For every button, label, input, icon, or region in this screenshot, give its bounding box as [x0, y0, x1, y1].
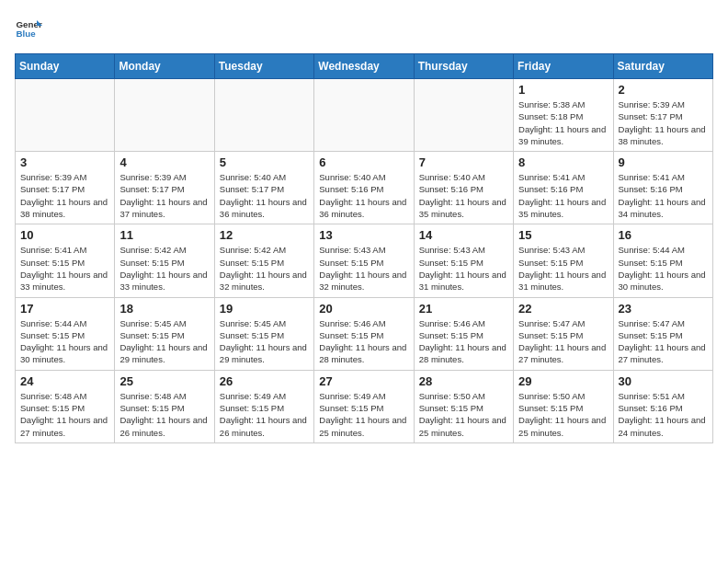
day-number: 23	[619, 302, 708, 316]
day-info: Sunrise: 5:50 AM Sunset: 5:15 PM Dayligh…	[419, 390, 508, 439]
day-number: 29	[518, 374, 608, 388]
day-number: 7	[419, 155, 508, 169]
weekday-header-thursday: Thursday	[414, 54, 513, 79]
day-cell: 21Sunrise: 5:46 AM Sunset: 5:15 PM Dayli…	[414, 297, 513, 370]
weekday-header-tuesday: Tuesday	[214, 54, 313, 79]
day-number: 6	[319, 155, 408, 169]
day-number: 4	[119, 155, 209, 169]
page-header: General Blue	[15, 15, 713, 42]
day-number: 27	[319, 374, 408, 388]
day-cell: 18Sunrise: 5:45 AM Sunset: 5:15 PM Dayli…	[115, 297, 214, 370]
day-info: Sunrise: 5:39 AM Sunset: 5:17 PM Dayligh…	[20, 171, 109, 220]
day-number: 8	[518, 155, 608, 169]
day-info: Sunrise: 5:44 AM Sunset: 5:15 PM Dayligh…	[20, 317, 109, 366]
day-cell: 13Sunrise: 5:43 AM Sunset: 5:15 PM Dayli…	[314, 224, 414, 297]
day-number: 21	[419, 302, 508, 316]
day-cell: 1Sunrise: 5:38 AM Sunset: 5:18 PM Daylig…	[514, 79, 613, 152]
day-number: 13	[319, 228, 408, 242]
day-info: Sunrise: 5:47 AM Sunset: 5:15 PM Dayligh…	[619, 317, 708, 366]
day-cell: 8Sunrise: 5:41 AM Sunset: 5:16 PM Daylig…	[514, 152, 613, 224]
week-row-2: 3Sunrise: 5:39 AM Sunset: 5:17 PM Daylig…	[16, 152, 713, 224]
day-number: 3	[20, 155, 109, 169]
day-cell: 19Sunrise: 5:45 AM Sunset: 5:15 PM Dayli…	[214, 297, 313, 370]
day-number: 16	[619, 228, 708, 242]
week-row-5: 24Sunrise: 5:48 AM Sunset: 5:15 PM Dayli…	[16, 370, 713, 442]
day-cell: 22Sunrise: 5:47 AM Sunset: 5:15 PM Dayli…	[514, 297, 613, 370]
day-info: Sunrise: 5:43 AM Sunset: 5:15 PM Dayligh…	[419, 244, 508, 293]
day-number: 14	[419, 228, 508, 242]
day-cell: 4Sunrise: 5:39 AM Sunset: 5:17 PM Daylig…	[115, 152, 214, 224]
day-number: 18	[119, 302, 209, 316]
day-number: 9	[619, 155, 708, 169]
day-info: Sunrise: 5:47 AM Sunset: 5:15 PM Dayligh…	[518, 317, 608, 366]
day-info: Sunrise: 5:41 AM Sunset: 5:15 PM Dayligh…	[20, 244, 109, 293]
day-info: Sunrise: 5:41 AM Sunset: 5:16 PM Dayligh…	[518, 171, 608, 220]
week-row-3: 10Sunrise: 5:41 AM Sunset: 5:15 PM Dayli…	[16, 224, 713, 297]
day-number: 12	[220, 228, 309, 242]
day-cell: 30Sunrise: 5:51 AM Sunset: 5:16 PM Dayli…	[613, 370, 712, 442]
weekday-header-wednesday: Wednesday	[314, 54, 414, 79]
day-cell: 25Sunrise: 5:48 AM Sunset: 5:15 PM Dayli…	[115, 370, 214, 442]
day-info: Sunrise: 5:43 AM Sunset: 5:15 PM Dayligh…	[518, 244, 608, 293]
day-number: 5	[220, 155, 309, 169]
day-cell: 27Sunrise: 5:49 AM Sunset: 5:15 PM Dayli…	[314, 370, 414, 442]
day-cell: 10Sunrise: 5:41 AM Sunset: 5:15 PM Dayli…	[16, 224, 115, 297]
weekday-header-friday: Friday	[514, 54, 613, 79]
day-number: 22	[518, 302, 608, 316]
day-cell: 28Sunrise: 5:50 AM Sunset: 5:15 PM Dayli…	[414, 370, 513, 442]
day-cell: 17Sunrise: 5:44 AM Sunset: 5:15 PM Dayli…	[16, 297, 115, 370]
day-number: 19	[220, 302, 309, 316]
day-cell: 11Sunrise: 5:42 AM Sunset: 5:15 PM Dayli…	[115, 224, 214, 297]
day-cell	[115, 79, 214, 152]
day-info: Sunrise: 5:49 AM Sunset: 5:15 PM Dayligh…	[220, 390, 309, 439]
day-cell: 9Sunrise: 5:41 AM Sunset: 5:16 PM Daylig…	[613, 152, 712, 224]
day-info: Sunrise: 5:51 AM Sunset: 5:16 PM Dayligh…	[619, 390, 708, 439]
day-info: Sunrise: 5:39 AM Sunset: 5:17 PM Dayligh…	[619, 98, 708, 147]
logo: General Blue	[15, 15, 42, 42]
day-number: 26	[220, 374, 309, 388]
day-cell: 24Sunrise: 5:48 AM Sunset: 5:15 PM Dayli…	[16, 370, 115, 442]
day-info: Sunrise: 5:45 AM Sunset: 5:15 PM Dayligh…	[119, 317, 209, 366]
day-cell	[314, 79, 414, 152]
day-cell: 12Sunrise: 5:42 AM Sunset: 5:15 PM Dayli…	[214, 224, 313, 297]
day-number: 25	[119, 374, 209, 388]
week-row-1: 1Sunrise: 5:38 AM Sunset: 5:18 PM Daylig…	[16, 79, 713, 152]
weekday-header-row: SundayMondayTuesdayWednesdayThursdayFrid…	[16, 54, 713, 79]
day-number: 30	[619, 374, 708, 388]
day-info: Sunrise: 5:50 AM Sunset: 5:15 PM Dayligh…	[518, 390, 608, 439]
day-number: 17	[20, 302, 109, 316]
day-cell: 15Sunrise: 5:43 AM Sunset: 5:15 PM Dayli…	[514, 224, 613, 297]
day-number: 15	[518, 228, 608, 242]
week-row-4: 17Sunrise: 5:44 AM Sunset: 5:15 PM Dayli…	[16, 297, 713, 370]
day-info: Sunrise: 5:40 AM Sunset: 5:16 PM Dayligh…	[319, 171, 408, 220]
day-number: 28	[419, 374, 508, 388]
day-info: Sunrise: 5:46 AM Sunset: 5:15 PM Dayligh…	[419, 317, 508, 366]
day-number: 10	[20, 228, 109, 242]
day-cell	[414, 79, 513, 152]
day-cell: 29Sunrise: 5:50 AM Sunset: 5:15 PM Dayli…	[514, 370, 613, 442]
day-number: 24	[20, 374, 109, 388]
day-info: Sunrise: 5:48 AM Sunset: 5:15 PM Dayligh…	[119, 390, 209, 439]
day-cell: 26Sunrise: 5:49 AM Sunset: 5:15 PM Dayli…	[214, 370, 313, 442]
day-info: Sunrise: 5:48 AM Sunset: 5:15 PM Dayligh…	[20, 390, 109, 439]
day-info: Sunrise: 5:45 AM Sunset: 5:15 PM Dayligh…	[220, 317, 309, 366]
day-cell: 7Sunrise: 5:40 AM Sunset: 5:16 PM Daylig…	[414, 152, 513, 224]
day-cell: 2Sunrise: 5:39 AM Sunset: 5:17 PM Daylig…	[613, 79, 712, 152]
day-info: Sunrise: 5:41 AM Sunset: 5:16 PM Dayligh…	[619, 171, 708, 220]
day-info: Sunrise: 5:42 AM Sunset: 5:15 PM Dayligh…	[220, 244, 309, 293]
day-number: 1	[518, 83, 608, 97]
day-info: Sunrise: 5:40 AM Sunset: 5:17 PM Dayligh…	[220, 171, 309, 220]
day-info: Sunrise: 5:49 AM Sunset: 5:15 PM Dayligh…	[319, 390, 408, 439]
day-info: Sunrise: 5:46 AM Sunset: 5:15 PM Dayligh…	[319, 317, 408, 366]
day-cell: 23Sunrise: 5:47 AM Sunset: 5:15 PM Dayli…	[613, 297, 712, 370]
day-cell	[16, 79, 115, 152]
day-info: Sunrise: 5:40 AM Sunset: 5:16 PM Dayligh…	[419, 171, 508, 220]
day-cell: 16Sunrise: 5:44 AM Sunset: 5:15 PM Dayli…	[613, 224, 712, 297]
day-number: 11	[119, 228, 209, 242]
day-cell: 3Sunrise: 5:39 AM Sunset: 5:17 PM Daylig…	[16, 152, 115, 224]
weekday-header-sunday: Sunday	[16, 54, 115, 79]
day-cell: 5Sunrise: 5:40 AM Sunset: 5:17 PM Daylig…	[214, 152, 313, 224]
weekday-header-saturday: Saturday	[613, 54, 712, 79]
day-cell: 20Sunrise: 5:46 AM Sunset: 5:15 PM Dayli…	[314, 297, 414, 370]
calendar-table: SundayMondayTuesdayWednesdayThursdayFrid…	[15, 53, 713, 443]
